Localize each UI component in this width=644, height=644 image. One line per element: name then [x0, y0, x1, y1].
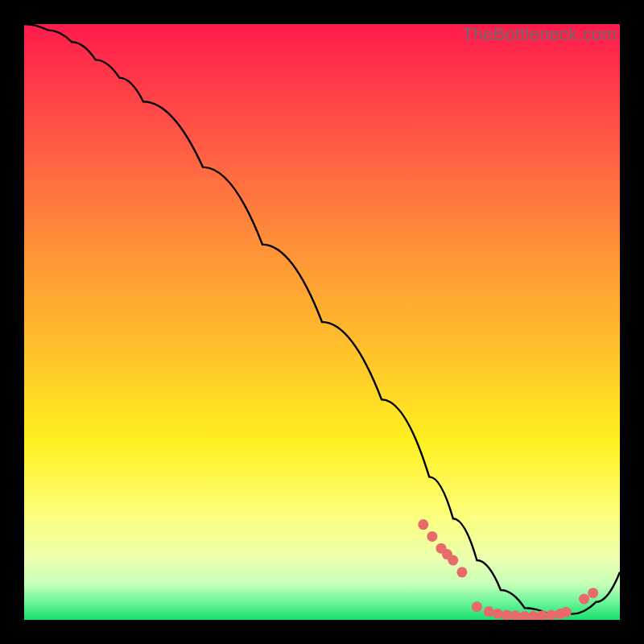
attribution-watermark: TheBottleneck.com [462, 24, 617, 45]
chart-area [24, 24, 620, 620]
